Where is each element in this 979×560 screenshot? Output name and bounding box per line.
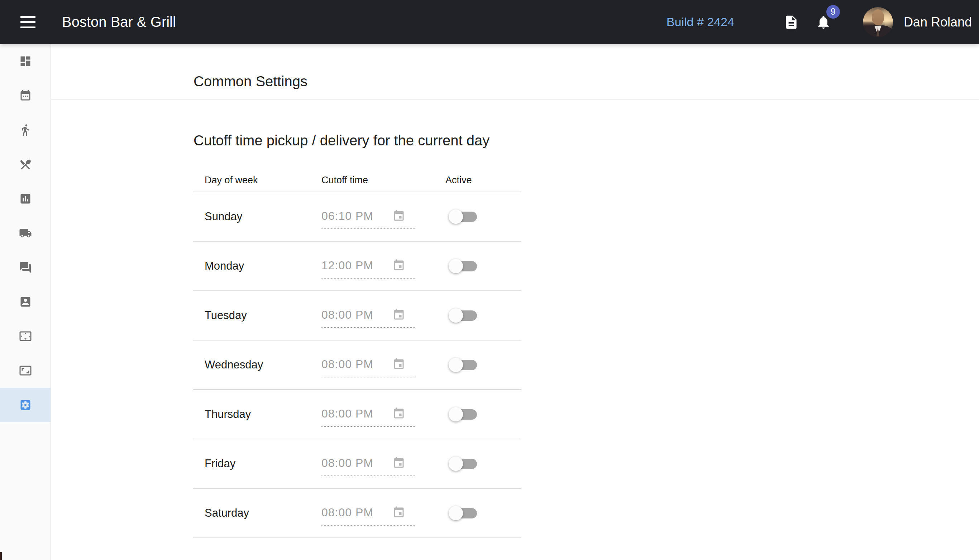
dashboard-icon: [19, 55, 32, 68]
toggle-thumb: [449, 506, 463, 520]
time-picker-button[interactable]: [393, 210, 405, 222]
user-name[interactable]: Dan Roland: [904, 15, 972, 30]
cutoff-time-input[interactable]: 08:00 PM: [321, 501, 414, 526]
app-bar: Boston Bar & Grill Build # 2424 9 Dan Ro…: [0, 0, 979, 44]
cutoff-time-value: 08:00 PM: [321, 457, 373, 470]
document-icon: [784, 14, 799, 30]
sidebar-item-overscan[interactable]: [0, 319, 50, 353]
sidebar-item-messages[interactable]: [0, 250, 50, 285]
time-picker-button[interactable]: [393, 308, 405, 321]
sidebar-item-calendar[interactable]: [0, 78, 50, 113]
notification-badge: 9: [826, 5, 840, 18]
toggle-thumb: [449, 308, 463, 323]
build-label: Build # 2424: [667, 15, 734, 29]
active-toggle[interactable]: [450, 409, 477, 420]
time-picker-button[interactable]: [393, 506, 405, 519]
time-picker-button[interactable]: [393, 457, 405, 469]
day-label: Tuesday: [205, 309, 247, 322]
cutoff-time-input[interactable]: 08:00 PM: [321, 452, 414, 476]
restaurant-icon: [19, 158, 32, 171]
menu-icon: [20, 16, 35, 18]
cutoff-time-input[interactable]: 08:00 PM: [321, 353, 414, 377]
cutoff-time-input[interactable]: 08:00 PM: [321, 303, 414, 328]
notifications-button[interactable]: 9: [815, 14, 831, 30]
calendar-event-icon: [393, 308, 405, 321]
table-row: Wednesday 08:00 PM: [193, 340, 521, 390]
active-toggle[interactable]: [450, 459, 477, 469]
cutoff-table: Day of week Cutoff time Active Sunday 06…: [193, 161, 521, 538]
time-picker-button[interactable]: [393, 259, 405, 272]
calendar-event-icon: [393, 506, 405, 519]
calendar-event-icon: [393, 259, 405, 272]
cutoff-time-value: 06:10 PM: [321, 210, 373, 223]
day-label: Sunday: [205, 210, 242, 223]
page-header: Common Settings: [51, 44, 979, 100]
table-row: Tuesday 08:00 PM: [193, 291, 521, 340]
cutoff-time-input[interactable]: 06:10 PM: [321, 205, 414, 229]
table-row: Friday 08:00 PM: [193, 439, 521, 489]
bar-chart-icon: [19, 192, 32, 205]
toggle-thumb: [449, 407, 463, 422]
sidebar-item-dashboard[interactable]: [0, 44, 50, 78]
time-picker-button[interactable]: [393, 358, 405, 371]
aspect-ratio-icon: [19, 364, 32, 377]
table-row: Thursday 08:00 PM: [193, 390, 521, 439]
table-header: Day of week Cutoff time Active: [193, 161, 521, 192]
day-label: Friday: [205, 457, 236, 470]
calendar-event-icon: [393, 210, 405, 222]
column-header-active: Active: [445, 175, 521, 186]
active-toggle[interactable]: [450, 261, 477, 272]
toggle-thumb: [449, 358, 463, 372]
toggle-thumb: [449, 210, 463, 224]
app-title: Boston Bar & Grill: [62, 14, 176, 30]
cutoff-time-value: 12:00 PM: [321, 259, 373, 272]
cutoff-time-value: 08:00 PM: [321, 358, 373, 371]
sidebar-item-delivery[interactable]: [0, 216, 50, 250]
column-header-day: Day of week: [193, 175, 321, 186]
section-title: Cutoff time pickup / delivery for the cu…: [194, 132, 490, 148]
contact-card-icon: [19, 295, 32, 308]
sidebar-item-restaurant[interactable]: [0, 147, 50, 182]
chat-icon: [19, 261, 32, 274]
sidebar-item-walkin[interactable]: [0, 113, 50, 147]
menu-button[interactable]: [20, 16, 35, 28]
calendar-event-icon: [393, 457, 405, 469]
active-toggle[interactable]: [450, 310, 477, 321]
sidebar-item-aspect-ratio[interactable]: [0, 353, 50, 388]
avatar[interactable]: [863, 7, 893, 37]
main-content: Common Settings Cutoff time pickup / del…: [51, 44, 979, 560]
active-toggle[interactable]: [450, 360, 477, 370]
overscan-icon: [19, 330, 32, 343]
calendar-event-icon: [393, 358, 405, 371]
walking-person-icon: [19, 123, 32, 137]
scroll-artifact: [0, 552, 2, 560]
sidebar-item-contacts[interactable]: [0, 285, 50, 319]
day-label: Thursday: [205, 408, 251, 420]
delivery-truck-icon: [19, 227, 32, 240]
toggle-thumb: [449, 259, 463, 273]
time-picker-button[interactable]: [393, 407, 405, 420]
cutoff-time-input[interactable]: 08:00 PM: [321, 402, 414, 427]
active-toggle[interactable]: [450, 212, 477, 222]
table-row: Saturday 08:00 PM: [193, 489, 521, 538]
table-body: Sunday 06:10 PM Monday 12:00 PM: [193, 192, 521, 538]
active-toggle[interactable]: [450, 508, 477, 518]
sidebar: [0, 44, 51, 560]
sidebar-item-settings[interactable]: [0, 388, 50, 422]
cutoff-time-value: 08:00 PM: [321, 407, 373, 420]
column-header-cutoff: Cutoff time: [321, 175, 445, 186]
documents-button[interactable]: [784, 14, 799, 30]
day-label: Saturday: [205, 507, 249, 519]
table-row: Sunday 06:10 PM: [193, 192, 521, 242]
calendar-event-icon: [393, 407, 405, 420]
sidebar-item-reports[interactable]: [0, 182, 50, 216]
page-title: Common Settings: [194, 73, 307, 90]
day-label: Monday: [205, 260, 244, 272]
cutoff-time-value: 08:00 PM: [321, 308, 373, 322]
cutoff-time-value: 08:00 PM: [321, 506, 373, 519]
calendar-icon: [19, 89, 32, 102]
day-label: Wednesday: [205, 358, 263, 371]
settings-gear-icon: [19, 398, 32, 412]
table-row: Monday 12:00 PM: [193, 242, 521, 291]
cutoff-time-input[interactable]: 12:00 PM: [321, 254, 414, 278]
